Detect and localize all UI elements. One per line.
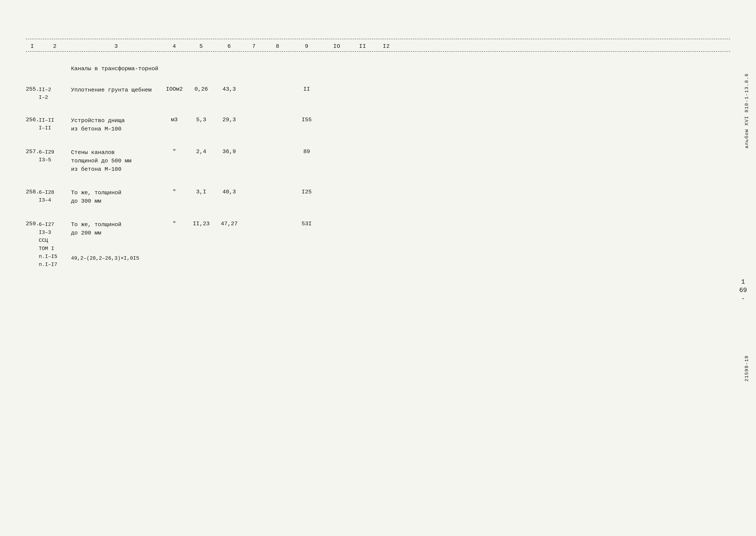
row-259-num: 259.: [26, 220, 39, 227]
table-row-256: 256. II–II I–II Устройство днища из бето…: [26, 105, 730, 137]
row-255-num: 255.: [26, 85, 39, 92]
row-259-ref-line1: 6–I27: [39, 220, 71, 228]
row-258-desc-line1: То же, толщиной: [71, 189, 161, 197]
row-259-ref: 6–I27 I3–3 ССЦ ТОМ I п.I–I5 п.I–I7: [39, 220, 71, 269]
col-header-12: I2: [374, 43, 398, 50]
row-256-v8: [265, 116, 291, 117]
row-257-v5: 2,4: [187, 148, 215, 155]
side-annotation-bot-right: 21598-19: [744, 355, 749, 382]
row-intro-ref: [39, 64, 71, 65]
row-259-v5: II,23: [187, 220, 215, 227]
row-256-ref-line2: I–II: [39, 124, 71, 132]
row-258-ref-line1: 6–I28: [39, 189, 71, 196]
row-259-ref-line3: ССЦ: [39, 236, 71, 245]
row-258-v8: [265, 188, 291, 189]
column-headers: I 2 3 4 5 6 7 8 9 IO II I2: [26, 39, 730, 51]
row-258-v6: 40,3: [215, 188, 243, 195]
col-header-11: II: [351, 43, 374, 50]
row-255-ref-line1: II–2: [39, 86, 71, 94]
row-255-v9: II: [291, 85, 323, 92]
row-259-formula: 49,2–(28,2–26,3)×I,0I5: [71, 254, 161, 262]
page: I 2 3 4 5 6 7 8 9 IO II I2 Каналы в тран…: [0, 0, 756, 536]
row-256-desc-line2: из бетона М–100: [71, 125, 161, 133]
row-258-num: 258.: [26, 188, 39, 195]
row-259-v7: [243, 220, 265, 220]
col-header-7: 7: [243, 43, 265, 50]
row-255-v8: [265, 85, 291, 86]
row-259-desc-line2: до 200 мм: [71, 229, 161, 237]
row-257-desc-line1: Стены каналов: [71, 149, 161, 157]
row-258-unit: ": [161, 188, 187, 195]
row-256-v9: I55: [291, 116, 323, 123]
side-annotation-mid-right: 1 69 -: [739, 278, 747, 303]
table-row-257: 257. 6–I29 I3–5 Стены каналов толщиной д…: [26, 137, 730, 178]
row-257-v6: 36,9: [215, 148, 243, 155]
row-255-unit: IOOм2: [161, 85, 187, 92]
row-256-v6: 29,3: [215, 116, 243, 123]
row-259-unit: ": [161, 220, 187, 227]
col-header-3: 3: [71, 43, 161, 50]
table-row-258: 258. 6–I28 I3–4 То же, толщиной до 300 м…: [26, 178, 730, 209]
table-row-259: 259. 6–I27 I3–3 ССЦ ТОМ I п.I–I5 п.I–I7 …: [26, 209, 730, 272]
row-258-v5: 3,I: [187, 188, 215, 195]
row-257-v8: [265, 148, 291, 149]
row-259-v6: 47,27: [215, 220, 243, 227]
row-258-v7: [243, 188, 265, 189]
side-mid-line3: -: [739, 295, 747, 303]
col-header-2: 2: [39, 43, 71, 50]
row-259-desc: То же, толщиной до 200 мм 49,2–(28,2–26,…: [71, 220, 161, 262]
row-256-desc-line1: Устройство днища: [71, 117, 161, 125]
row-255-v7: [243, 85, 265, 86]
row-256-v5: 5,3: [187, 116, 215, 123]
row-258-desc: То же, толщиной до 300 мм: [71, 188, 161, 205]
row-259-v9: 53I: [291, 220, 323, 227]
col-header-8: 8: [265, 43, 291, 50]
row-intro-v8: [265, 64, 291, 65]
col-header-5: 5: [187, 43, 215, 50]
row-256-desc: Устройство днища из бетона М–100: [71, 116, 161, 133]
col-header-9: 9: [291, 43, 323, 50]
row-255-desc: Уплотнение грунта щебнем: [71, 85, 161, 94]
row-257-desc-line3: из бетона М–100: [71, 165, 161, 174]
row-intro-v9: [291, 64, 323, 65]
row-256-num: 256.: [26, 116, 39, 123]
col-header-1: I: [26, 43, 39, 50]
row-intro-unit: [161, 64, 187, 65]
row-259-v8: [265, 220, 291, 220]
row-257-desc: Стены каналов толщиной до 500 мм из бето…: [71, 148, 161, 174]
row-255-ref: II–2 I–2: [39, 85, 71, 101]
row-258-ref: 6–I28 I3–4: [39, 188, 71, 204]
row-256-ref-line1: II–II: [39, 117, 71, 124]
row-258-desc-line2: до 300 мм: [71, 197, 161, 205]
row-259-ref-line4: ТОМ I: [39, 245, 71, 252]
row-258-ref-line2: I3–4: [39, 196, 71, 204]
row-259-ref-line6: п.I–I7: [39, 260, 71, 269]
row-intro-v5: [187, 64, 215, 65]
side-mid-line2: 69: [739, 286, 747, 295]
table-row-255: 255. II–2 I–2 Уплотнение грунта щебнем I…: [26, 77, 730, 105]
row-259-desc-line1: То же, толщиной: [71, 220, 161, 229]
row-258-v9: I25: [291, 188, 323, 195]
row-257-ref-line2: I3–5: [39, 156, 71, 164]
row-255-v5: 0,26: [187, 85, 215, 92]
header-bottom-line: [26, 51, 730, 52]
row-257-ref-line1: 6–I29: [39, 149, 71, 156]
row-256-v7: [243, 116, 265, 117]
row-257-v7: [243, 148, 265, 149]
row-intro-num: [26, 64, 39, 65]
row-257-ref: 6–I29 I3–5: [39, 148, 71, 164]
row-257-v9: 89: [291, 148, 323, 155]
row-256-unit: м3: [161, 116, 187, 123]
table-body: Каналы в трансформа-торной 255. II–2 I–2…: [26, 58, 730, 272]
row-intro-desc: Каналы в трансформа-торной: [71, 64, 161, 73]
row-255-ref-line2: I–2: [39, 94, 71, 101]
row-257-unit: ": [161, 148, 187, 155]
side-annotation-top-right: альбом XVI 810-1-13.8.6: [744, 73, 749, 149]
row-259-ref-line2: I3–3: [39, 228, 71, 236]
col-header-6: 6: [215, 43, 243, 50]
row-259-ref-line5: п.I–I5: [39, 252, 71, 260]
col-header-4: 4: [161, 43, 187, 50]
row-intro-v7: [243, 64, 265, 65]
row-257-desc-line2: толщиной до 500 мм: [71, 157, 161, 165]
table-row-intro: Каналы в трансформа-торной: [26, 58, 730, 77]
